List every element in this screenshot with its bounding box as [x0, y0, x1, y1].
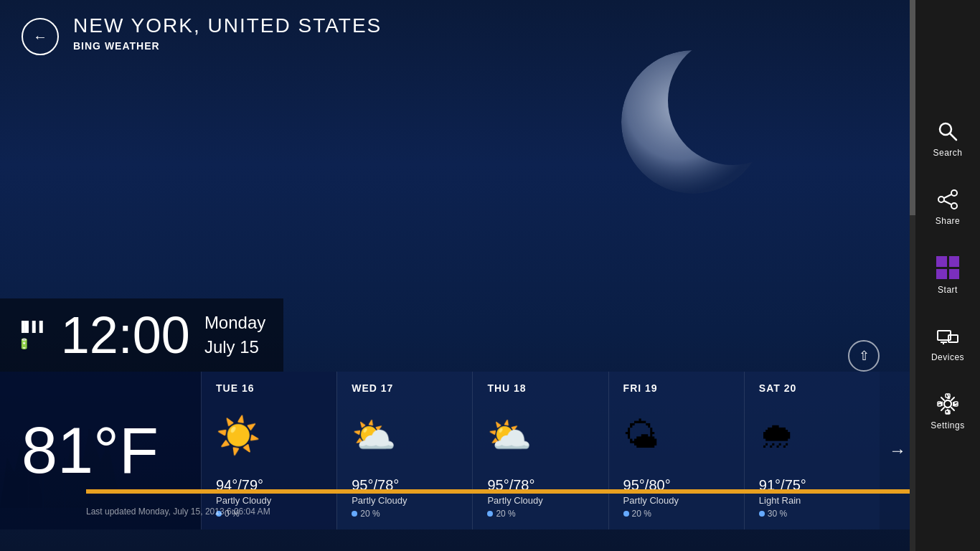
svg-rect-19: [948, 335, 958, 342]
precip-icon-1: [352, 511, 357, 517]
back-button[interactable]: ←: [22, 18, 59, 55]
svg-line-17: [944, 201, 951, 204]
search-icon: [937, 121, 958, 142]
forecast-card-4[interactable]: SAT 20 🌧 91°/75° Light Rain 30 %: [744, 372, 880, 529]
forecast-icon-2: ⛅: [487, 415, 593, 456]
scrollbar-thumb[interactable]: [910, 0, 915, 215]
share-icon: [937, 189, 958, 210]
forecast-desc-0: Partly Cloudy: [216, 495, 322, 506]
forecast-precip-4: 30 %: [759, 509, 865, 519]
timeline-bar: [86, 489, 915, 494]
forecast-icon-4: 🌧: [759, 415, 865, 456]
svg-line-12: [950, 133, 956, 140]
scroll-up-button[interactable]: ⇧: [848, 340, 880, 372]
forecast-cards-container: TUE 16 ☀️ 94°/79° Partly Cloudy 0 %: [201, 372, 915, 529]
charm-share[interactable]: Share: [915, 175, 980, 240]
clock-time: 12:00: [61, 309, 190, 361]
windows-logo-icon: [936, 256, 959, 279]
forecast-day-1: WED 17: [352, 382, 458, 394]
devices-icon: [937, 325, 958, 347]
weather-background: ← NEW YORK, UNITED STATES BING WEATHER ▐…: [0, 0, 915, 551]
weather-bottom-strip: 81°F TUE 16 ☀️ 94°/79° Partly Cloudy 0 %: [0, 372, 915, 529]
app-header: ← NEW YORK, UNITED STATES BING WEATHER: [0, 0, 915, 70]
forecast-day-0: TUE 16: [216, 382, 322, 394]
current-temperature: 81°F: [22, 418, 179, 483]
charm-settings-label: Settings: [930, 420, 964, 430]
clock-overlay: ▐▌▌▌ 🔋 12:00 Monday July 15: [0, 298, 283, 372]
forecast-day-4: SAT 20: [759, 382, 865, 394]
forecast-desc-3: Partly Cloudy: [623, 495, 730, 506]
forecast-icon-3: 🌤: [623, 415, 730, 456]
forecast-precip-2: 20 %: [487, 509, 593, 519]
svg-point-15: [951, 203, 957, 209]
forecast-icon-1: ⛅: [352, 415, 458, 456]
charm-search-label: Search: [933, 148, 962, 158]
clock-date: Monday July 15: [204, 311, 265, 359]
city-name: NEW YORK, UNITED STATES: [73, 14, 382, 37]
forecast-day-3: FRI 19: [623, 382, 730, 394]
charm-start[interactable]: Start: [915, 243, 980, 308]
charm-search[interactable]: Search: [915, 107, 980, 171]
svg-point-14: [938, 197, 944, 202]
precip-icon-4: [759, 511, 765, 517]
forecast-icon-0: ☀️: [216, 415, 322, 456]
location-info: NEW YORK, UNITED STATES BING WEATHER: [73, 14, 382, 52]
charm-share-label: Share: [936, 216, 961, 226]
precip-icon-2: [487, 511, 493, 517]
svg-line-16: [944, 194, 951, 198]
charms-bar: Search Share Start Devices: [915, 0, 980, 551]
settings-icon: [937, 393, 958, 415]
charm-start-label: Start: [938, 285, 958, 295]
forecast-day-2: THU 18: [487, 382, 593, 394]
signal-indicators: ▐▌▌▌ 🔋: [18, 321, 47, 349]
charm-devices-label: Devices: [931, 352, 964, 362]
scrollbar-track[interactable]: [910, 0, 915, 551]
forecast-strip: 81°F TUE 16 ☀️ 94°/79° Partly Cloudy 0 %: [0, 372, 915, 529]
forecast-desc-4: Light Rain: [759, 495, 865, 506]
forecast-card-3[interactable]: FRI 19 🌤 95°/80° Partly Cloudy 20 %: [608, 372, 744, 529]
svg-point-23: [944, 400, 951, 408]
forecast-card-0[interactable]: TUE 16 ☀️ 94°/79° Partly Cloudy 0 %: [201, 372, 336, 529]
current-temperature-panel: 81°F: [0, 372, 201, 529]
battery-icon: 🔋: [18, 338, 47, 349]
last-updated-text: Last updated Monday, July 15, 2013 6:06:…: [86, 507, 270, 517]
svg-point-13: [951, 190, 957, 196]
charm-devices[interactable]: Devices: [915, 311, 980, 376]
forecast-card-2[interactable]: THU 18 ⛅ 95°/78° Partly Cloudy 20 %: [472, 372, 608, 529]
svg-point-2: [621, 50, 765, 194]
forecast-precip-1: 20 %: [352, 509, 458, 519]
forecast-precip-3: 20 %: [623, 509, 730, 519]
forecast-card-1[interactable]: WED 17 ⛅ 95°/78° Partly Cloudy 20 %: [336, 372, 472, 529]
app-name: BING WEATHER: [73, 40, 382, 52]
charm-settings[interactable]: Settings: [915, 380, 980, 444]
forecast-desc-2: Partly Cloudy: [487, 495, 593, 506]
forecast-desc-1: Partly Cloudy: [352, 495, 458, 506]
precip-icon-3: [623, 511, 629, 517]
signal-bars-icon: ▐▌▌▌: [18, 321, 47, 332]
